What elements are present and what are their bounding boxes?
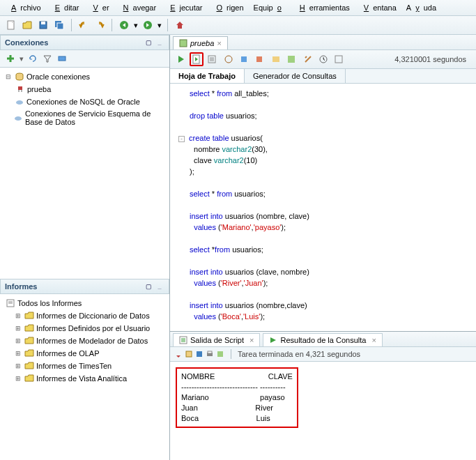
svg-rect-28 [217, 351, 223, 357]
tree-item-label: prueba [27, 85, 51, 93]
unshared-button[interactable] [284, 52, 298, 66]
cloud-icon [15, 97, 24, 107]
close-icon[interactable]: × [249, 336, 254, 344]
run-script-button[interactable] [190, 52, 204, 66]
tree-item[interactable]: Conexiones de Servicio Esquema de Base d… [3, 108, 167, 128]
redo-button[interactable] [93, 18, 107, 32]
expand-icon[interactable]: ⊞ [15, 337, 22, 344]
execution-time: 4,3210001 segundos [394, 55, 472, 63]
svg-point-11 [15, 116, 22, 121]
sql-editor[interactable]: select * from all_tables; drop table usu… [170, 84, 476, 331]
tree-item-label: Informes de Diccionario de Datos [36, 312, 150, 320]
expand-icon[interactable]: ⊟ [6, 73, 13, 80]
menu-herramientas[interactable]: Herramientas [291, 1, 354, 14]
clear-output-button[interactable] [185, 350, 193, 358]
expand-icon[interactable]: ⊞ [15, 312, 22, 319]
close-icon[interactable]: × [371, 336, 376, 344]
expand-icon[interactable]: ⊞ [15, 350, 22, 357]
minimize-icon[interactable]: ▢ [144, 282, 153, 291]
file-tab-bar: prueba × [170, 35, 476, 50]
svg-rect-22 [335, 56, 342, 63]
explain-plan-button[interactable] [205, 52, 219, 66]
menu-equipo[interactable]: Equipo [249, 1, 290, 14]
tree-item[interactable]: ⊞Informes de TimesTen [3, 360, 167, 372]
close-icon[interactable]: _ [155, 282, 164, 291]
output-tab-0[interactable]: Salida de Script× [173, 333, 260, 346]
tree-item[interactable]: ⊟Oracle conexiones [3, 70, 167, 83]
tree-item[interactable]: Conexiones de NoSQL de Oracle [3, 95, 167, 108]
home-button[interactable] [173, 18, 187, 32]
subtab-generador-de-consultas[interactable]: Generador de Consultas [245, 69, 346, 83]
open-button[interactable] [20, 18, 34, 32]
informes-tree[interactable]: Todos los Informes⊞Informes de Diccionar… [0, 294, 169, 460]
script-output[interactable]: NOMBRE CLAVE ---------------------------… [170, 362, 476, 460]
close-icon[interactable]: _ [155, 38, 164, 47]
back-button[interactable] [117, 18, 131, 32]
run-statement-button[interactable] [174, 52, 188, 66]
expand-icon[interactable]: ⊞ [15, 325, 22, 332]
separator [231, 349, 231, 359]
tab-icon [179, 336, 187, 344]
reports-icon [6, 298, 15, 308]
menu-navegar[interactable]: Navegar [115, 1, 161, 14]
tab-icon [269, 336, 277, 344]
new-file-button[interactable] [4, 18, 18, 32]
tab-label: Salida de Script [190, 336, 244, 344]
sql-button[interactable] [269, 52, 283, 66]
refresh-button[interactable] [26, 52, 39, 65]
commit-button[interactable] [237, 52, 251, 66]
menu-archivo[interactable]: Archivo [3, 1, 45, 14]
svg-rect-19 [272, 56, 279, 62]
tree-item-label: Informes de Vista Analítica [36, 374, 127, 383]
tree-item[interactable]: ⊞Informes de Vista Analítica [3, 372, 167, 385]
folder-icon [24, 323, 34, 333]
tree-item[interactable]: ⊞Informes de OLAP [3, 347, 167, 360]
saveall-button[interactable] [52, 18, 66, 32]
menu-origen[interactable]: Origen [208, 1, 248, 14]
history-button[interactable] [316, 52, 330, 66]
tree-item[interactable]: ⊞Informes de Diccionario de Datos [3, 309, 167, 322]
undo-button[interactable] [77, 18, 91, 32]
pin-button[interactable] [174, 350, 183, 358]
menu-ejecutar[interactable]: Ejecutar [162, 1, 206, 14]
minimize-icon[interactable]: ▢ [144, 38, 153, 47]
tree-item[interactable]: Todos los Informes [3, 297, 167, 309]
clear-button[interactable] [301, 52, 315, 66]
dropdown-icon[interactable]: ▾ [133, 18, 139, 32]
close-tab-icon[interactable]: × [217, 39, 221, 47]
editor-area: prueba × 4,3210001 segundos Hoja de Trab… [170, 35, 476, 460]
forward-button[interactable] [141, 18, 155, 32]
tns-button[interactable] [56, 52, 68, 65]
tree-item[interactable]: prueba [3, 83, 167, 95]
save-button[interactable] [36, 18, 50, 32]
dropdown-icon[interactable]: ▾ [19, 52, 24, 65]
expand-icon[interactable]: ⊞ [15, 375, 22, 382]
sql-output-button[interactable] [216, 350, 224, 358]
expand-icon[interactable]: ⊞ [15, 362, 22, 369]
svg-rect-17 [241, 56, 247, 62]
dropdown-icon[interactable]: ▾ [157, 18, 162, 32]
tab-prueba[interactable]: prueba × [173, 36, 228, 49]
svg-rect-4 [57, 23, 63, 29]
menu-editar[interactable]: Editar [47, 1, 84, 14]
conexiones-tree[interactable]: ⊟Oracle conexionespruebaConexiones de No… [0, 68, 169, 279]
rollback-button[interactable] [252, 52, 266, 66]
autotrace-button[interactable] [222, 52, 236, 66]
tree-item[interactable]: ⊞Informes de Modelador de Datos [3, 335, 167, 347]
tree-item-label: Informes Definidos por el Usuario [36, 324, 150, 332]
filter-button[interactable] [41, 52, 54, 65]
output-tab-1[interactable]: Resultado de la Consulta× [263, 333, 382, 346]
tuning-button[interactable] [332, 52, 346, 66]
main-toolbar: ▾ ▾ [0, 16, 476, 35]
menu-ventana[interactable]: Ventana [355, 1, 401, 14]
tab-label: Resultado de la Consulta [280, 336, 366, 344]
tree-item[interactable]: ⊞Informes Definidos por el Usuario [3, 322, 167, 335]
save-output-button[interactable] [195, 350, 204, 358]
informes-panel-header: Informes ▢ _ [0, 279, 169, 294]
output-result-box: NOMBRE CLAVE ---------------------------… [176, 367, 298, 428]
add-connection-button[interactable] [4, 52, 17, 65]
print-button[interactable] [206, 350, 214, 358]
subtab-hoja-de-trabajo[interactable]: Hoja de Trabajo [170, 69, 245, 83]
menu-ayuda[interactable]: Ayuda [402, 1, 440, 14]
menu-ver[interactable]: Ver [84, 1, 113, 14]
